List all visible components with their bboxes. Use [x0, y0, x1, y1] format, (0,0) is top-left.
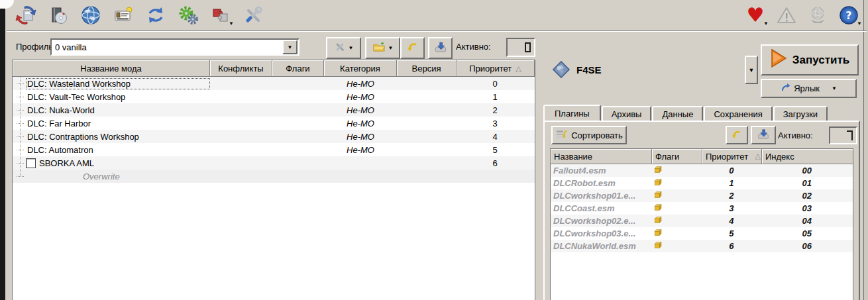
notifications-button[interactable]	[775, 3, 798, 27]
plugins-active-count-lcd	[829, 126, 857, 144]
col-plugin-flags[interactable]: Флаги	[652, 149, 702, 164]
plugins-tab-panel: Сортировать Активно:	[543, 121, 860, 300]
heart-icon: ♥	[747, 5, 765, 25]
plugin-row[interactable]: DLCNukaWorld.esm 6 06	[551, 240, 853, 252]
window-right-strip	[864, 0, 868, 300]
settings-button[interactable]	[177, 3, 199, 27]
main-toolbar-right: ♥ ▼	[744, 3, 860, 27]
right-panel-tabs: Плагины Архивы Данные Сохранения Загрузк…	[543, 105, 828, 121]
disk-restore-icon	[434, 41, 447, 55]
mod-enabled-checkbox[interactable]	[26, 158, 36, 168]
globe-icon	[80, 5, 101, 26]
plugin-row[interactable]: Fallout4.esm 0 00	[551, 164, 853, 177]
col-plugin-priority[interactable]: Приоритет △	[702, 149, 762, 164]
profiles-button[interactable]	[112, 3, 135, 27]
sort-ascending-icon: △	[755, 152, 761, 160]
toolbar-separator	[7, 30, 867, 32]
open-nexus-button[interactable]	[80, 3, 102, 27]
open-folder-button[interactable]: ▼	[365, 37, 400, 59]
col-plugin-index[interactable]: Индекс	[762, 149, 853, 164]
mod-list-header: Название мода Конфликты Флаги Категория …	[13, 60, 535, 77]
run-button[interactable]: Запустить	[761, 44, 859, 75]
plugins-header: Название Флаги Приоритет △ Индекс	[551, 149, 853, 164]
col-category[interactable]: Категория	[324, 60, 397, 77]
mod-row[interactable]: DLC: Far Harbor Не-МО 3	[13, 117, 535, 130]
update-globe-icon	[807, 5, 828, 26]
disk-restore-icon	[757, 128, 770, 142]
mod-row[interactable]: DLC: Wasteland Workshop Не-МО 0	[13, 77, 535, 90]
col-priority[interactable]: Приоритет △	[457, 60, 535, 77]
mod-row[interactable]: DLC: Contraptions Workshop Не-МО 4	[13, 130, 535, 143]
col-plugin-name[interactable]: Название	[551, 149, 652, 164]
f4se-icon	[550, 58, 572, 83]
mod-list-table: Название мода Конфликты Флаги Категория …	[12, 60, 535, 300]
plugin-row[interactable]: DLCworkshop01.e... 2 02	[551, 189, 853, 202]
refresh-button[interactable]	[144, 3, 167, 27]
help-button[interactable]: ? ▼	[838, 3, 860, 27]
col-version[interactable]: Версия	[397, 60, 457, 77]
plugins-undo-button[interactable]	[726, 126, 748, 144]
plugin-row[interactable]: DLCCoast.esm 3 03	[551, 202, 853, 215]
plugins-button[interactable]: ▼	[209, 3, 232, 27]
master-flag-icon	[653, 242, 663, 252]
wrench-screwdriver-icon	[243, 5, 264, 26]
master-flag-icon	[653, 166, 663, 176]
undo-icon	[731, 129, 743, 142]
master-flag-icon	[653, 191, 663, 201]
tab-data[interactable]: Данные	[652, 106, 703, 121]
undo-icon	[406, 41, 419, 55]
undo-button[interactable]	[400, 37, 425, 59]
mods-active-count-lcd	[506, 38, 535, 57]
help-dropdown-arrow: ▼	[857, 21, 862, 26]
col-flags[interactable]: Флаги	[272, 60, 324, 77]
profile-combobox[interactable]: 0 vanilla ▼	[50, 38, 299, 56]
support-button[interactable]: ♥ ▼	[744, 3, 767, 27]
play-icon	[770, 48, 787, 72]
master-flag-icon	[653, 217, 663, 226]
gears-icon	[178, 5, 199, 26]
tree-guide-line	[20, 77, 21, 176]
overwrite-row[interactable]: Overwrite	[13, 170, 535, 183]
install-from-disk-icon	[48, 5, 69, 26]
tab-archives[interactable]: Архивы	[602, 106, 652, 121]
tools-menu-button[interactable]: ▼	[326, 37, 361, 59]
mods-active-label: Активно:	[456, 42, 491, 52]
background-window-corner	[0, 0, 14, 9]
mod-row[interactable]: DLC: Automatron Не-МО 5	[13, 143, 535, 156]
col-conflicts[interactable]: Конфликты	[210, 60, 272, 77]
tab-plugins[interactable]: Плагины	[543, 105, 601, 121]
master-flag-icon	[653, 204, 663, 214]
tab-saves[interactable]: Сохранения	[704, 106, 772, 121]
plugins-active-count	[847, 130, 853, 140]
plugin-row[interactable]: DLCworkshop02.e... 4 04	[551, 215, 853, 227]
warning-icon	[776, 5, 797, 26]
executable-dropdown-arrow[interactable]: ▼	[745, 56, 758, 84]
open-folder-arrow: ▼	[388, 45, 394, 51]
tools-small-icon	[334, 41, 346, 55]
tab-downloads[interactable]: Загрузки	[773, 106, 828, 121]
executable-name: F4SE	[576, 64, 602, 75]
plugins-dropdown-arrow: ▼	[229, 21, 234, 26]
plugin-row[interactable]: DLCRobot.esm 1 01	[551, 177, 853, 189]
tools-button[interactable]	[242, 3, 264, 27]
plugin-row[interactable]: DLCworkshop03.e... 5 05	[551, 227, 853, 240]
shortcut-dropdown-arrow: ▼	[832, 85, 837, 91]
mod-row[interactable]: DLC: Vault-Tec Workshop Не-МО 1	[13, 90, 535, 103]
restore-backup-button[interactable]	[428, 37, 453, 59]
mod-row[interactable]: SBORKA AML 6	[13, 156, 535, 170]
shortcut-arrow-icon	[781, 83, 791, 94]
install-from-disk-button[interactable]	[47, 3, 70, 27]
mod-row[interactable]: DLC: Nuka-World Не-МО 2	[13, 103, 535, 117]
update-check-button[interactable]	[806, 3, 829, 27]
profile-combobox-arrow[interactable]: ▼	[282, 40, 298, 54]
install-mod-button[interactable]	[15, 3, 37, 27]
sort-plugins-button[interactable]: Сортировать	[551, 126, 627, 144]
col-mod-name[interactable]: Название мода	[13, 60, 210, 77]
plugins-active-label: Активно:	[778, 130, 813, 140]
sort-ascending-icon: △	[515, 64, 521, 73]
support-dropdown-arrow: ▼	[763, 21, 769, 26]
profile-value: 0 vanilla	[52, 42, 282, 52]
plugins-restore-button[interactable]	[751, 126, 776, 144]
main-toolbar: ▼	[15, 3, 264, 27]
shortcut-button[interactable]: Ярлык ▼	[761, 79, 857, 98]
